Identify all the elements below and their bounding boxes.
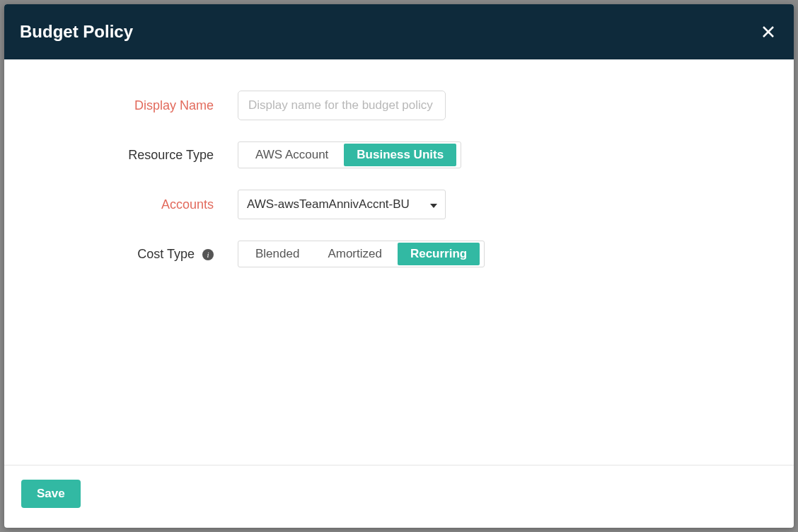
resource-type-option-aws-account[interactable]: AWS Account: [243, 144, 341, 166]
row-accounts: Accounts AWS-awsTeamAnnivAccnt-BU: [33, 190, 765, 219]
cost-type-option-amortized[interactable]: Amortized: [315, 243, 395, 265]
cost-type-toggle: Blended Amortized Recurring: [238, 241, 485, 267]
row-resource-type: Resource Type AWS Account Business Units: [33, 141, 765, 168]
label-resource-type: Resource Type: [33, 148, 238, 163]
modal-header: Budget Policy: [4, 4, 794, 59]
accounts-select-value: AWS-awsTeamAnnivAccnt-BU: [247, 197, 410, 212]
budget-policy-modal: Budget Policy Display Name Resource Type…: [4, 4, 794, 528]
cost-type-option-recurring[interactable]: Recurring: [398, 243, 480, 265]
resource-type-option-business-units[interactable]: Business Units: [344, 144, 456, 166]
modal-body: Display Name Resource Type AWS Account B…: [4, 59, 794, 465]
modal-footer: Save: [4, 465, 794, 528]
accounts-select[interactable]: AWS-awsTeamAnnivAccnt-BU: [238, 190, 446, 219]
row-cost-type: Cost Type i Blended Amortized Recurring: [33, 241, 765, 267]
row-display-name: Display Name: [33, 91, 765, 120]
close-button[interactable]: [758, 22, 778, 42]
display-name-input[interactable]: [238, 91, 446, 120]
label-accounts: Accounts: [33, 197, 238, 212]
save-button[interactable]: Save: [21, 480, 81, 508]
label-cost-type: Cost Type i: [33, 247, 238, 262]
close-icon: [762, 25, 775, 38]
resource-type-toggle: AWS Account Business Units: [238, 141, 461, 168]
cost-type-option-blended[interactable]: Blended: [243, 243, 312, 265]
label-display-name: Display Name: [33, 98, 238, 113]
modal-title: Budget Policy: [20, 22, 133, 42]
info-icon[interactable]: i: [202, 249, 214, 260]
